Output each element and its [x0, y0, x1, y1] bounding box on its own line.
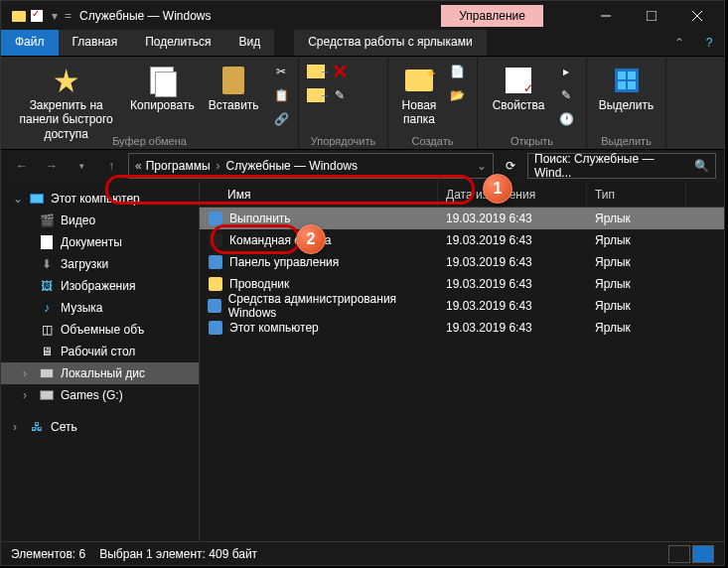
clipboard-group-label: Буфер обмена	[1, 135, 298, 147]
explorer-icon	[208, 276, 223, 292]
document-icon	[39, 234, 55, 250]
new-folder-label: Новая папка	[402, 98, 437, 127]
cut-icon[interactable]: ✂	[270, 61, 292, 82]
organize-group-label: Упорядочить	[299, 135, 387, 147]
address-bar[interactable]: « Программы › Служебные — Windows ⌄	[128, 153, 494, 179]
file-tab[interactable]: Файл	[1, 30, 59, 56]
breadcrumb-back-icon[interactable]: «	[135, 159, 142, 173]
new-folder-button[interactable]: Новая папка	[394, 61, 444, 145]
properties-icon[interactable]	[29, 8, 45, 24]
chevron-right-icon[interactable]: ›	[13, 420, 23, 434]
forward-button[interactable]: →	[39, 153, 65, 179]
view-tab[interactable]: Вид	[224, 30, 274, 56]
new-group: Новая папка 📄 📂 Создать	[388, 57, 478, 149]
file-row[interactable]: Командная строка 19.03.2019 6:43 Ярлык	[200, 229, 724, 251]
shortcut-tools-tab[interactable]: Средства работы с ярлыками	[294, 30, 486, 56]
address-dropdown-icon[interactable]: ⌄	[477, 159, 487, 173]
easy-access-icon[interactable]: 📂	[446, 84, 468, 106]
properties-label: Свойства	[493, 98, 545, 112]
marker-1: 1	[483, 174, 512, 204]
tree-pictures[interactable]: 🖼Изображения	[1, 275, 199, 297]
copy-button[interactable]: Копировать	[127, 61, 197, 145]
file-row[interactable]: Этот компьютер 19.03.2019 6:43 Ярлык	[200, 317, 724, 339]
admin-tools-icon	[208, 298, 222, 314]
select-group: Выделить Выделить	[587, 57, 666, 149]
chevron-right-icon[interactable]: ›	[23, 366, 33, 380]
help-icon[interactable]: ?	[694, 30, 724, 56]
explorer-window: ▾ = Служебные — Windows Управление Файл …	[0, 0, 725, 566]
tree-videos[interactable]: 🎬Видео	[1, 210, 199, 231]
cmd-icon	[208, 232, 223, 248]
tree-local-disk[interactable]: ›Локальный дис	[1, 362, 199, 384]
up-button[interactable]: ↑	[98, 153, 124, 179]
status-count: Элементов: 6	[11, 547, 85, 561]
tree-network[interactable]: ›🖧Сеть	[1, 416, 199, 438]
search-input[interactable]: Поиск: Служебные — Wind... 🔍	[527, 153, 716, 179]
column-type[interactable]: Тип	[587, 182, 686, 207]
file-row[interactable]: Средства администрирования Windows 19.03…	[200, 295, 724, 317]
delete-icon[interactable]: ✕	[329, 61, 351, 82]
file-row[interactable]: Панель управления 19.03.2019 6:43 Ярлык	[200, 251, 724, 273]
window-title: Служебные — Windows	[79, 9, 441, 23]
file-row[interactable]: Выполнить 19.03.2019 6:43 Ярлык	[200, 208, 724, 229]
ribbon-tabs: Файл Главная Поделиться Вид Средства раб…	[1, 31, 724, 57]
this-pc-icon	[208, 320, 223, 336]
tree-this-pc[interactable]: ⌄ Этот компьютер	[1, 188, 199, 210]
tree-downloads[interactable]: ⬇Загрузки	[1, 253, 199, 275]
titlebar: ▾ = Служебные — Windows Управление	[1, 1, 724, 31]
edit-icon[interactable]: ✎	[555, 84, 577, 106]
properties-button[interactable]: Свойства	[484, 61, 553, 145]
copy-path-icon[interactable]: 📋	[270, 84, 292, 106]
maximize-button[interactable]	[629, 1, 674, 31]
breadcrumb-seg-1[interactable]: Программы	[142, 159, 215, 173]
chevron-down-icon[interactable]: ⌄	[13, 192, 23, 206]
chevron-right-icon[interactable]: ›	[215, 159, 222, 173]
qat-dropdown-icon[interactable]: ▾	[47, 8, 63, 24]
move-to-icon[interactable]	[305, 61, 327, 82]
collapse-ribbon-icon[interactable]: ⌃	[664, 30, 694, 56]
pc-icon	[29, 191, 45, 207]
select-group-label: Выделить	[587, 135, 665, 147]
back-button[interactable]: ←	[9, 153, 35, 179]
control-panel-icon	[208, 254, 223, 270]
minimize-button[interactable]	[583, 1, 629, 31]
recent-dropdown-icon[interactable]: ▾	[69, 153, 94, 179]
management-contextual-tab[interactable]: Управление	[441, 5, 543, 27]
status-selection: Выбран 1 элемент: 409 байт	[99, 547, 257, 561]
history-icon[interactable]: 🕐	[555, 108, 577, 130]
column-headers: Имя Дата изменения Тип	[200, 182, 724, 208]
close-button[interactable]	[674, 1, 720, 31]
cube-icon: ◫	[39, 322, 55, 338]
view-icons-button[interactable]	[692, 545, 714, 563]
select-label: Выделить	[599, 98, 654, 112]
select-button[interactable]: Выделить	[593, 61, 659, 145]
tree-games-disk[interactable]: ›Games (G:)	[1, 384, 199, 406]
tree-3d-objects[interactable]: ◫Объемные объ	[1, 319, 199, 341]
tree-desktop[interactable]: 🖥Рабочий стол	[1, 341, 199, 362]
navigation-pane: ⌄ Этот компьютер 🎬Видео Документы ⬇Загру…	[1, 182, 200, 541]
tree-label: Этот компьютер	[51, 192, 140, 206]
search-icon[interactable]: 🔍	[694, 159, 709, 173]
tree-documents[interactable]: Документы	[1, 231, 199, 253]
breadcrumb-seg-2[interactable]: Служебные — Windows	[222, 159, 363, 173]
paste-shortcut-icon[interactable]: 🔗	[270, 108, 292, 130]
window-controls	[583, 1, 720, 31]
rename-icon[interactable]: ✎	[329, 84, 351, 106]
pin-button[interactable]: Закрепить на панели быстрого доступа	[7, 61, 125, 145]
new-item-icon[interactable]: 📄	[446, 61, 468, 82]
column-date[interactable]: Дата изменения	[438, 182, 587, 207]
view-details-button[interactable]	[668, 545, 690, 563]
clipboard-extra: ✂ 📋 🔗	[270, 61, 292, 145]
open-icon[interactable]: ▸	[555, 61, 577, 82]
pictures-icon: 🖼	[39, 278, 55, 294]
copy-to-icon[interactable]	[305, 84, 327, 106]
folder-icon	[11, 8, 27, 24]
paste-button[interactable]: Вставить	[199, 61, 268, 145]
home-tab[interactable]: Главная	[59, 30, 132, 56]
chevron-right-icon[interactable]: ›	[23, 388, 33, 402]
tree-music[interactable]: ♪Музыка	[1, 297, 199, 319]
organize-group: ✕ ✎ Упорядочить	[299, 57, 388, 149]
share-tab[interactable]: Поделиться	[131, 30, 224, 56]
column-name[interactable]: Имя	[200, 182, 438, 207]
svg-rect-1	[647, 11, 656, 21]
